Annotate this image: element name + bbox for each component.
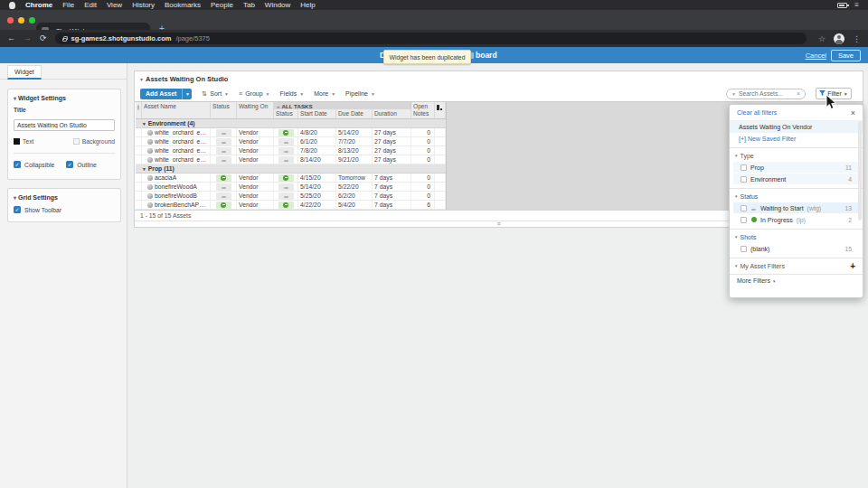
due-date-cell[interactable]: 6/2/20	[336, 192, 373, 200]
filter-item-blank[interactable]: (blank) 15	[733, 243, 859, 254]
start-date-cell[interactable]: 7/8/20	[298, 146, 336, 155]
status-cell[interactable]	[211, 183, 237, 191]
row-select-cell[interactable]	[136, 192, 142, 200]
open-notes-cell[interactable]: 0	[411, 183, 435, 191]
waiting-on-cell[interactable]: Vendor	[237, 201, 274, 209]
task-status-cell[interactable]	[274, 155, 298, 164]
task-status-cell[interactable]	[274, 201, 298, 209]
status-section-header[interactable]: ▾ Status	[730, 191, 863, 202]
filter-item-waiting-to-start[interactable]: Waiting to Start (wtg) 13	[733, 202, 859, 213]
collapsible-checkbox[interactable]: ✓ Collapsible	[14, 161, 54, 168]
task-status-cell[interactable]	[274, 183, 298, 191]
open-notes-cell[interactable]: 0	[411, 155, 435, 164]
col-duration[interactable]: Duration	[373, 109, 411, 118]
group-collapse-icon[interactable]: ▾	[143, 166, 146, 172]
column-settings-cell[interactable]	[435, 102, 446, 118]
menu-edit[interactable]: Edit	[84, 1, 97, 9]
start-date-cell[interactable]: 8/14/20	[298, 155, 336, 164]
outline-checkbox[interactable]: ✓ Outline	[66, 161, 97, 168]
task-status-cell[interactable]	[274, 174, 298, 182]
widget-header[interactable]: ▾ Assets Waiting On Studio	[135, 71, 863, 86]
text-color-picker[interactable]: Text	[14, 138, 33, 145]
table-row[interactable]: bonefireWoodB Vendor 5/25/20 6/2/20 7 da…	[136, 192, 446, 201]
asset-link[interactable]: brokenBenchAPartC	[155, 202, 208, 208]
widget-title-input[interactable]	[14, 119, 115, 131]
pipeline-button[interactable]: Pipeline▼	[345, 90, 375, 97]
row-select-cell[interactable]	[136, 137, 142, 145]
menu-bookmarks[interactable]: Bookmarks	[165, 1, 201, 9]
url-bar[interactable]: sg-games2.shotgunstudio.com /page/5375	[55, 33, 807, 44]
col-status[interactable]: Status	[211, 102, 237, 118]
asset-link[interactable]: white_orchard_en...	[155, 147, 208, 154]
waiting-on-cell[interactable]: Vendor	[237, 174, 274, 182]
clear-all-filters-link[interactable]: Clear all filters	[737, 109, 777, 116]
filter-item-environment[interactable]: Environment 4	[733, 174, 859, 184]
checkbox-icon[interactable]	[741, 176, 747, 183]
open-notes-cell[interactable]: 0	[411, 146, 435, 155]
start-date-cell[interactable]: 5/25/20	[298, 192, 336, 200]
duration-cell[interactable]: 7 days	[373, 183, 411, 191]
browser-menu-icon[interactable]: ⋮	[853, 34, 861, 43]
duration-cell[interactable]: 7 days	[373, 201, 411, 209]
task-status-cell[interactable]	[274, 137, 298, 145]
saved-filter-item[interactable]: Assets Waiting On Vendor	[730, 120, 863, 133]
menu-people[interactable]: People	[211, 1, 233, 9]
row-select-cell[interactable]	[136, 128, 142, 136]
status-cell[interactable]	[211, 137, 237, 145]
menu-view[interactable]: View	[107, 1, 122, 9]
due-date-cell[interactable]: 7/7/20	[336, 137, 373, 145]
status-cell[interactable]	[211, 128, 237, 136]
table-row[interactable]: brokenBenchAPartC Vendor 4/22/20 5/4/20 …	[136, 201, 446, 210]
filter-item-in-progress[interactable]: In Progress (ip) 2	[733, 214, 859, 225]
menu-file[interactable]: File	[62, 1, 74, 9]
table-row[interactable]: acaciaA Vendor 4/15/20 Tomorrow 7 days 0	[136, 174, 446, 183]
tab-widget[interactable]: Widget	[7, 65, 42, 80]
table-row[interactable]: white_orchard_en... Vendor 4/8/20 5/14/2…	[136, 128, 446, 137]
table-row[interactable]: white_orchard_en... Vendor 6/1/20 7/7/20…	[136, 137, 446, 146]
asset-link[interactable]: acaciaA	[155, 174, 176, 181]
menu-help[interactable]: Help	[300, 1, 315, 9]
waiting-on-cell[interactable]: Vendor	[237, 128, 274, 136]
checkbox-icon[interactable]	[741, 164, 747, 171]
task-status-cell[interactable]	[274, 128, 298, 136]
open-notes-cell[interactable]: 0	[411, 192, 435, 200]
col-asset-name[interactable]: Asset Name	[142, 102, 211, 118]
start-date-cell[interactable]: 4/15/20	[298, 174, 336, 182]
due-date-cell[interactable]: Tomorrow	[336, 174, 373, 182]
search-dropdown-icon[interactable]: ▼	[731, 91, 736, 97]
add-asset-button[interactable]: Add Asset	[140, 89, 182, 99]
due-date-cell[interactable]: 5/4/20	[336, 201, 373, 209]
close-window-button[interactable]	[7, 17, 14, 23]
due-date-cell[interactable]: 5/14/20	[336, 128, 373, 136]
col-start-date[interactable]: Start Date	[298, 109, 336, 118]
filter-item-prop[interactable]: Prop 11	[733, 162, 859, 173]
sort-button[interactable]: ⇅ Sort▼	[202, 90, 229, 98]
table-row[interactable]: white_orchard_en... Vendor 8/14/20 9/21/…	[136, 155, 446, 164]
open-notes-cell[interactable]: 0	[411, 174, 435, 182]
forward-icon[interactable]: →	[24, 34, 32, 42]
col-open-notes[interactable]: Open Notes	[411, 102, 435, 118]
start-date-cell[interactable]: 4/8/20	[298, 128, 336, 136]
asset-link[interactable]: bonefireWoodA	[155, 183, 197, 190]
widget-settings-heading[interactable]: ▾Widget Settings	[14, 95, 115, 101]
apple-icon[interactable]	[9, 2, 15, 9]
asset-link[interactable]: white_orchard_en...	[155, 156, 208, 163]
fields-button[interactable]: Fields▼	[280, 90, 305, 97]
add-asset-split-button[interactable]: Add Asset ▼	[140, 89, 192, 99]
checkbox-icon[interactable]	[137, 105, 139, 110]
menu-history[interactable]: History	[132, 1, 155, 9]
due-date-cell[interactable]: 8/13/20	[336, 146, 373, 155]
table-row[interactable]: bonefireWoodA Vendor 5/14/20 5/22/20 7 d…	[136, 183, 446, 192]
start-date-cell[interactable]: 5/14/20	[298, 183, 336, 191]
task-status-cell[interactable]	[274, 192, 298, 200]
checkbox-icon[interactable]	[741, 217, 747, 223]
task-status-cell[interactable]	[274, 146, 298, 155]
col-due-date[interactable]: Due Date	[336, 109, 373, 118]
filter-scrollbar[interactable]	[858, 121, 862, 221]
asset-link[interactable]: bonefireWoodB	[155, 192, 197, 199]
new-saved-filter-link[interactable]: [+] New Saved Filter	[730, 133, 863, 145]
show-toolbar-checkbox[interactable]: ✓ Show Toolbar	[14, 206, 115, 213]
due-date-cell[interactable]: 5/22/20	[336, 183, 373, 191]
row-select-cell[interactable]	[136, 183, 142, 191]
group-button[interactable]: ≡ Group▼	[239, 90, 270, 97]
